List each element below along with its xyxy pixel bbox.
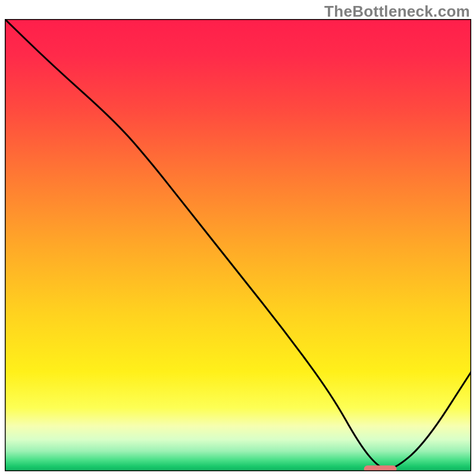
chart-plot-area [5,19,471,471]
chart-container: TheBottleneck.com [0,0,476,476]
chart-svg [5,19,471,471]
gradient-background [5,19,471,471]
watermark-text: TheBottleneck.com [324,2,470,21]
